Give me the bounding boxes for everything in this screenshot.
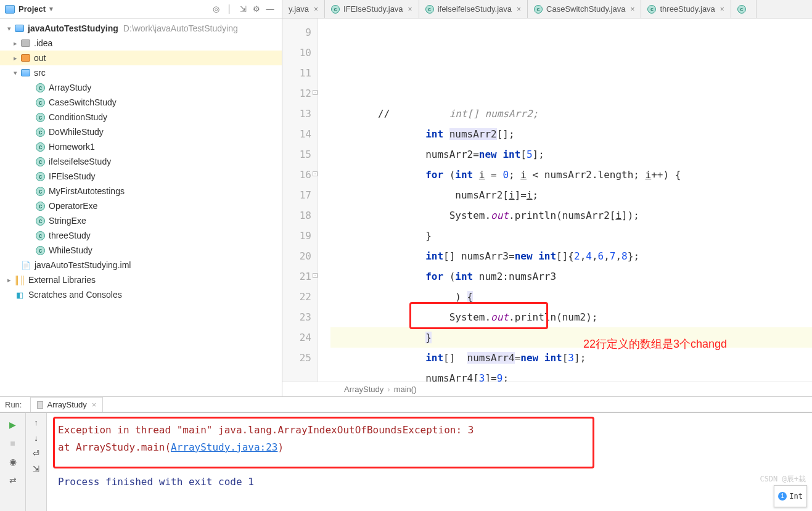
tree-folder-src[interactable]: ▾src [0, 65, 282, 80]
code-line-13[interactable]: numsArr2[i]=i; [330, 185, 812, 205]
info-icon: i [778, 492, 787, 501]
breadcrumb[interactable]: ArrayStudy › main() [282, 382, 812, 396]
folder-icon [21, 39, 30, 47]
tab-ifelseifelseStudy-java[interactable]: cifelseifelseStudy.java× [419, 0, 528, 18]
tree-scratches[interactable]: ◧Scratches and Consoles [0, 287, 282, 302]
tab-IFElseStudy-java[interactable]: cIFElseStudy.java× [325, 0, 419, 18]
tree-class-WhileStudy[interactable]: cWhileStudy [0, 243, 282, 258]
chevron-down-icon[interactable]: ▼ [48, 6, 54, 12]
gutter: 9101112-13141516-1718192021-22232425 [282, 18, 318, 382]
tab-CaseSwitchStudy-java[interactable]: cCaseSwitchStudy.java× [528, 0, 641, 18]
tree-class-ArrayStudy[interactable]: cArrayStudy [0, 80, 282, 95]
up-icon[interactable]: ↑ [34, 418, 38, 427]
breadcrumb-method[interactable]: main() [394, 385, 417, 394]
class-icon: c [647, 5, 656, 14]
code-line-12[interactable]: for (int i = 0; i < numsArr2.length; i++… [330, 165, 812, 185]
tree-class-StringExe[interactable]: cStringExe [0, 213, 282, 228]
folder-icon [21, 69, 30, 76]
code-body[interactable]: 22行定义的数组是3个changd 然后初始化数组的第4个变量是9 所以超出的数… [318, 18, 812, 382]
gear-icon[interactable]: ⚙ [250, 2, 263, 16]
down-icon[interactable]: ↓ [34, 433, 38, 443]
tree-class-DoWhileStudy[interactable]: cDoWhileStudy [0, 125, 282, 139]
close-icon[interactable]: × [314, 5, 318, 14]
class-icon: c [36, 231, 45, 240]
tree-folder-out[interactable]: ▸out [0, 51, 282, 65]
target-icon[interactable]: ◎ [209, 2, 223, 16]
module-icon [15, 25, 24, 32]
tree-root[interactable]: ▾ javaAutoTestStudying D:\work\javaAutoT… [0, 21, 282, 36]
close-icon[interactable]: × [408, 5, 412, 14]
tab-y-java[interactable]: y.java× [282, 0, 325, 18]
root-path: D:\work\javaAutoTestStudying [123, 23, 238, 33]
stacktrace-line: at ArrayStudy.main( [58, 441, 171, 453]
expand-icon[interactable]: ⇲ [236, 2, 250, 16]
run-tab[interactable]: ArrayStudy × [30, 397, 103, 412]
code-line-9[interactable]: // int[] numsArr2; [330, 104, 812, 124]
class-icon: c [425, 5, 434, 14]
scratch-icon: ◧ [15, 290, 25, 300]
tree-class-threeStudy[interactable]: cthreeStudy [0, 228, 282, 243]
stacktrace-link[interactable]: ArrayStudy.java:23 [171, 441, 277, 453]
editor-area: y.java×cIFElseStudy.java×cifelseifelseSt… [282, 0, 812, 396]
close-icon[interactable]: × [92, 400, 97, 409]
project-title[interactable]: Project [18, 4, 46, 14]
run-header: Run: ArrayStudy × [0, 397, 812, 412]
class-icon: c [36, 113, 45, 122]
class-icon: c [36, 98, 45, 107]
class-icon: c [36, 128, 45, 137]
tree-class-ConditionStudy[interactable]: cConditionStudy [0, 110, 282, 125]
tree-external-libs[interactable]: ▸║║External Libraries [0, 272, 282, 287]
project-header: Project ▼ ◎ │ ⇲ ⚙ — [0, 0, 282, 18]
camera-icon[interactable]: ◉ [6, 455, 20, 468]
export-icon[interactable]: ⇲ [33, 464, 39, 473]
run-toolbar-left: ▶ ■ ◉ ⇄ [0, 413, 26, 511]
tab-threeStudy-java[interactable]: cthreeStudy.java× [641, 0, 731, 18]
code-line-17[interactable]: int[] numsArr3=new int[]{2,4,6,7,8}; [330, 246, 812, 266]
run-output[interactable]: Exception in thread "main" java.lang.Arr… [47, 413, 812, 511]
breadcrumb-class[interactable]: ArrayStudy [344, 385, 383, 394]
run-button[interactable]: ▶ [6, 418, 20, 431]
stop-button[interactable]: ■ [6, 436, 20, 450]
folder-icon [21, 54, 30, 62]
library-icon: ║║ [15, 275, 25, 285]
class-icon: c [36, 83, 45, 92]
tree-class-CaseSwitchStudy[interactable]: cCaseSwitchStudy [0, 95, 282, 110]
project-sidebar: Project ▼ ◎ │ ⇲ ⚙ — ▾ javaAutoTestStudyi… [0, 0, 282, 396]
code-line-11[interactable]: numsArr2=new int[5]; [330, 144, 812, 165]
class-icon: c [737, 5, 746, 14]
wrap-icon[interactable]: ⏎ [33, 449, 39, 458]
info-popup[interactable]: i Int [774, 485, 807, 507]
tree-folder-idea[interactable]: ▸.idea [0, 36, 282, 51]
class-icon: c [36, 187, 45, 196]
tree-class-ifelseifelseStudy[interactable]: cifelseifelseStudy [0, 154, 282, 169]
tree-iml[interactable]: 📄javaAutoTestStudying.iml [0, 258, 282, 272]
exception-line: Exception in thread "main" java.lang.Arr… [58, 422, 801, 439]
run-toolbar-mid: ↑ ↓ ⏎ ⇲ [26, 413, 47, 511]
class-icon: c [36, 142, 45, 152]
class-icon: c [534, 5, 543, 14]
class-icon: c [36, 216, 45, 226]
class-icon: c [36, 157, 45, 166]
close-icon[interactable]: × [720, 5, 724, 14]
tree-class-IFElseStudy[interactable]: cIFElseStudy [0, 169, 282, 184]
code-editor[interactable]: 9101112-13141516-1718192021-22232425 22行… [282, 18, 812, 382]
close-icon[interactable]: × [630, 5, 634, 14]
code-line-14[interactable]: System.out.println(numsArr2[i]); [330, 205, 812, 226]
divider: │ [223, 2, 236, 16]
class-icon: c [36, 246, 45, 255]
editor-tabbar: y.java×cIFElseStudy.java×cifelseifelseSt… [282, 0, 812, 18]
project-tree[interactable]: ▾ javaAutoTestStudying D:\work\javaAutoT… [0, 18, 282, 396]
code-line-18[interactable]: for (int num2:numsArr3 [330, 266, 812, 287]
tree-class-Homework1[interactable]: cHomework1 [0, 139, 282, 154]
code-line-16[interactable]: } [330, 226, 812, 246]
class-icon: c [331, 5, 340, 14]
root-name: javaAutoTestStudying [28, 23, 118, 33]
code-line-10[interactable]: int numsArr2[]; [330, 124, 812, 144]
process-exit-line: Process finished with exit code 1 [58, 473, 801, 491]
settings-icon[interactable]: ⇄ [6, 473, 20, 487]
tree-class-MyFirstAutotestings[interactable]: cMyFirstAutotestings [0, 184, 282, 198]
tree-class-OperatorExe[interactable]: cOperatorExe [0, 198, 282, 213]
tab-more[interactable]: c [731, 0, 757, 18]
close-icon[interactable]: × [517, 5, 521, 14]
hide-icon[interactable]: — [263, 2, 277, 16]
